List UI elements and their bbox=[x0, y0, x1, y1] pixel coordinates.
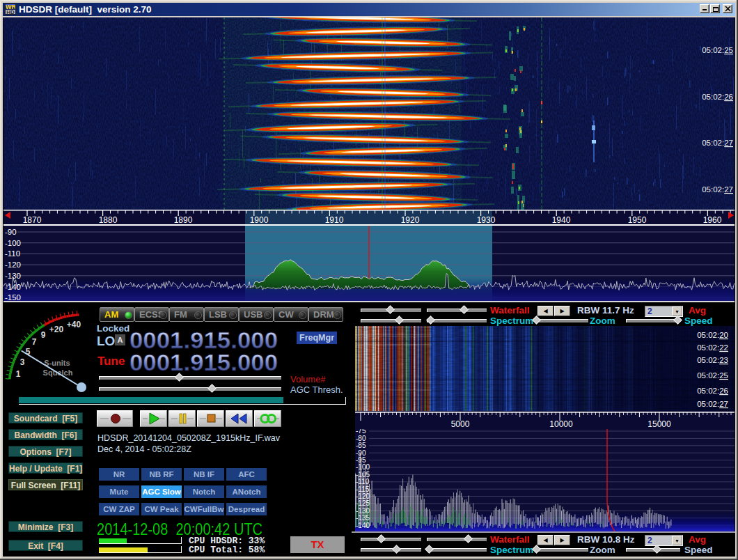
svg-text:05:02:26: 05:02:26 bbox=[702, 93, 733, 101]
svg-text:-90: -90 bbox=[5, 228, 17, 236]
svg-text:-140: -140 bbox=[356, 522, 370, 529]
svg-text:1890: 1890 bbox=[174, 215, 193, 224]
svg-text:9: 9 bbox=[41, 330, 46, 340]
svg-text:1910: 1910 bbox=[325, 215, 344, 224]
svg-text:5000: 5000 bbox=[451, 419, 470, 429]
svg-text:1920: 1920 bbox=[401, 215, 420, 224]
svg-text:-135: -135 bbox=[356, 514, 370, 522]
svg-text:-85: -85 bbox=[356, 442, 366, 449]
svg-text:05:02:27: 05:02:27 bbox=[702, 185, 733, 194]
svg-text:1960: 1960 bbox=[703, 215, 722, 224]
svg-text:05:02:25: 05:02:25 bbox=[697, 371, 728, 380]
svg-text:-150: -150 bbox=[5, 293, 21, 301]
svg-text:1900: 1900 bbox=[250, 215, 269, 224]
svg-text:-140: -140 bbox=[5, 283, 21, 291]
svg-text:15000: 15000 bbox=[647, 419, 671, 429]
svg-text:-110: -110 bbox=[356, 478, 370, 485]
svg-text:1930: 1930 bbox=[477, 215, 496, 224]
svg-text:05:02:27: 05:02:27 bbox=[702, 139, 733, 147]
svg-text:-130: -130 bbox=[5, 272, 21, 280]
svg-text:1940: 1940 bbox=[552, 215, 571, 224]
svg-text:10000: 10000 bbox=[549, 419, 573, 429]
svg-text:S-units: S-units bbox=[44, 359, 70, 367]
svg-text:05:02:25: 05:02:25 bbox=[702, 46, 733, 54]
svg-text:1870: 1870 bbox=[23, 215, 42, 224]
svg-text:05:02:27: 05:02:27 bbox=[697, 400, 728, 408]
svg-text:0001.915.000: 0001.915.000 bbox=[129, 351, 278, 375]
svg-text:-125: -125 bbox=[356, 499, 370, 507]
svg-text:-100: -100 bbox=[5, 239, 21, 247]
svg-text:7: 7 bbox=[32, 337, 37, 347]
svg-text:05:02:26: 05:02:26 bbox=[697, 387, 728, 395]
svg-text:-120: -120 bbox=[5, 260, 21, 269]
svg-text:0001.915.000: 0001.915.000 bbox=[129, 329, 278, 352]
svg-text:+20: +20 bbox=[49, 325, 64, 334]
svg-text:05:02:20: 05:02:20 bbox=[697, 331, 728, 339]
svg-text:3: 3 bbox=[20, 357, 25, 367]
svg-text:1: 1 bbox=[16, 369, 21, 379]
svg-text:1950: 1950 bbox=[628, 215, 647, 224]
svg-text:05:02:22: 05:02:22 bbox=[697, 343, 728, 352]
svg-text:-75: -75 bbox=[356, 429, 366, 435]
svg-text:-100: -100 bbox=[356, 463, 370, 471]
svg-text:+40: +40 bbox=[67, 320, 81, 329]
svg-text:1880: 1880 bbox=[99, 215, 118, 224]
svg-text:05:02:23: 05:02:23 bbox=[697, 356, 728, 364]
svg-text:-110: -110 bbox=[5, 249, 20, 258]
